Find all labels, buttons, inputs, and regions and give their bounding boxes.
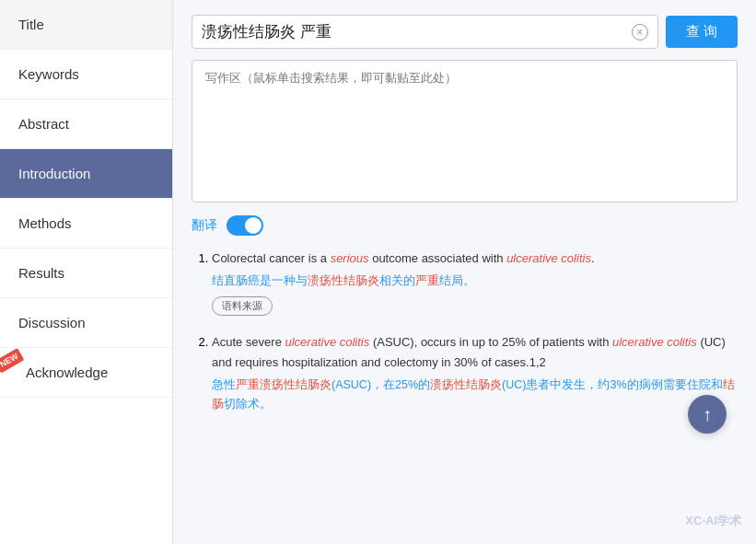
result-1-en: Colorectal cancer is a serious outcome a… <box>212 249 738 268</box>
result-2-zh-kw1: 严重溃疡性结肠炎 <box>236 378 331 391</box>
result-1-zh-keyword1: 溃疡性结肠炎 <box>308 274 379 287</box>
search-bar: 溃疡性结肠炎 严重 × 查 询 <box>192 15 738 49</box>
sidebar-item-label: Methods <box>18 215 72 231</box>
result-1-zh-keyword2: 严重 <box>415 274 439 287</box>
result-2-zh: 急性严重溃疡性结肠炎(ASUC)，在25%的溃疡性结肠炎(UC)患者中发生，约3… <box>212 376 738 413</box>
sidebar: Title Keywords Abstract Introduction Met… <box>0 0 173 544</box>
translate-toggle[interactable] <box>227 215 263 236</box>
result-2-en: Acute severe ulcerative colitis (ASUC), … <box>212 332 738 372</box>
source-badge-1[interactable]: 语料来源 <box>212 296 273 316</box>
search-input-wrap: 溃疡性结肠炎 严重 × <box>192 15 658 49</box>
new-badge: NEW <box>0 348 24 373</box>
sidebar-item-label: Acknowledge <box>26 365 108 380</box>
result-item-2: Acute severe ulcerative colitis (ASUC), … <box>212 332 738 413</box>
query-button[interactable]: 查 询 <box>666 16 738 48</box>
result-item-1: Colorectal cancer is a serious outcome a… <box>212 249 738 316</box>
sidebar-item-label: Introduction <box>18 166 90 181</box>
clear-button[interactable]: × <box>632 24 648 41</box>
result-2-keyword-uc1: ulcerative colitis <box>285 335 370 349</box>
sidebar-item-results[interactable]: Results <box>0 249 172 298</box>
sidebar-item-title[interactable]: Title <box>0 0 172 50</box>
sidebar-item-label: Keywords <box>18 66 79 82</box>
result-1-zh: 结直肠癌是一种与溃疡性结肠炎相关的严重结局。 <box>212 272 738 291</box>
sidebar-item-keywords[interactable]: Keywords <box>0 50 172 99</box>
sidebar-item-label: Results <box>18 265 64 281</box>
result-2-zh-kw2: 溃疡性结肠炎 <box>430 378 502 391</box>
sidebar-item-acknowledge[interactable]: NEW Acknowledge <box>0 348 172 398</box>
results-list: Colorectal cancer is a serious outcome a… <box>192 249 738 413</box>
sidebar-item-label: Title <box>18 17 44 32</box>
writing-area[interactable] <box>192 60 738 203</box>
result-1-keyword-uc: ulcerative colitis <box>506 251 591 265</box>
result-1-keyword-serious: serious <box>331 251 369 265</box>
sidebar-item-introduction[interactable]: Introduction <box>0 149 172 199</box>
translate-row: 翻译 <box>192 215 738 236</box>
translate-label: 翻译 <box>192 217 217 234</box>
sidebar-item-label: Abstract <box>18 116 69 132</box>
sidebar-item-discussion[interactable]: Discussion <box>0 298 172 348</box>
scroll-up-button[interactable]: ↑ <box>688 395 727 434</box>
search-query-text: 溃疡性结肠炎 严重 <box>202 21 632 42</box>
result-2-keyword-uc2: ulcerative colitis <box>612 335 697 349</box>
main-panel: 溃疡性结肠炎 严重 × 查 询 翻译 Colorectal cancer is … <box>173 0 756 544</box>
sidebar-item-label: Discussion <box>18 315 86 330</box>
main-content: 溃疡性结肠炎 严重 × 查 询 翻译 Colorectal cancer is … <box>173 0 756 544</box>
sidebar-item-methods[interactable]: Methods <box>0 199 172 249</box>
sidebar-item-abstract[interactable]: Abstract <box>0 99 172 149</box>
